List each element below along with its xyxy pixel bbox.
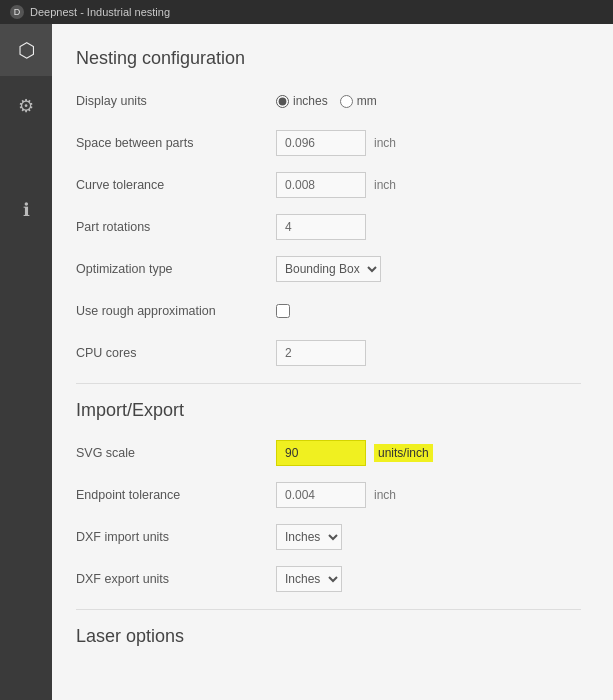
- curve-tolerance-input[interactable]: [276, 172, 366, 198]
- nesting-section-title: Nesting configuration: [76, 48, 581, 69]
- radio-mm-label[interactable]: mm: [340, 94, 377, 108]
- optimization-type-row: Optimization type Bounding Box: [76, 255, 581, 283]
- dxf-export-units-label: DXF export units: [76, 572, 276, 586]
- endpoint-tolerance-label: Endpoint tolerance: [76, 488, 276, 502]
- dxf-import-units-control: Inches: [276, 524, 342, 550]
- dxf-import-units-row: DXF import units Inches: [76, 523, 581, 551]
- rough-approx-checkbox[interactable]: [276, 304, 290, 318]
- cpu-cores-input[interactable]: [276, 340, 366, 366]
- svg-scale-unit: units/inch: [374, 444, 433, 462]
- section-divider-1: [76, 383, 581, 384]
- radio-inches-label[interactable]: inches: [276, 94, 328, 108]
- rough-approx-row: Use rough approximation: [76, 297, 581, 325]
- info-icon: ℹ: [23, 199, 30, 221]
- radio-mm-text: mm: [357, 94, 377, 108]
- dxf-import-units-select[interactable]: Inches: [276, 524, 342, 550]
- display-units-row: Display units inches mm: [76, 87, 581, 115]
- laser-options-section-title: Laser options: [76, 626, 581, 647]
- info-nav-button[interactable]: ℹ: [0, 188, 52, 232]
- settings-icon: ⚙: [18, 95, 34, 117]
- display-units-control: inches mm: [276, 94, 377, 108]
- space-between-parts-row: Space between parts inch: [76, 129, 581, 157]
- endpoint-tolerance-unit: inch: [374, 488, 396, 502]
- space-between-parts-label: Space between parts: [76, 136, 276, 150]
- radio-inches[interactable]: [276, 95, 289, 108]
- cpu-cores-control: [276, 340, 366, 366]
- app-icon: D: [10, 5, 24, 19]
- rough-approx-label: Use rough approximation: [76, 304, 276, 318]
- curve-tolerance-unit: inch: [374, 178, 396, 192]
- part-rotations-row: Part rotations: [76, 213, 581, 241]
- endpoint-tolerance-control: inch: [276, 482, 396, 508]
- space-between-parts-control: inch: [276, 130, 396, 156]
- svg-scale-label: SVG scale: [76, 446, 276, 460]
- main-content: Nesting configuration Display units inch…: [52, 24, 613, 700]
- radio-mm[interactable]: [340, 95, 353, 108]
- app-body: ⬡ ⚙ ℹ Nesting configuration Display unit…: [0, 24, 613, 700]
- svg-scale-control: units/inch: [276, 440, 433, 466]
- nest-icon: ⬡: [18, 38, 35, 62]
- display-units-label: Display units: [76, 94, 276, 108]
- svg-scale-row: SVG scale units/inch: [76, 439, 581, 467]
- title-bar-text: Deepnest - Industrial nesting: [30, 6, 170, 18]
- part-rotations-input[interactable]: [276, 214, 366, 240]
- sidebar-top-item[interactable]: ⬡: [0, 24, 52, 76]
- space-between-parts-input[interactable]: [276, 130, 366, 156]
- rough-approx-control: [276, 304, 290, 318]
- radio-inches-text: inches: [293, 94, 328, 108]
- dxf-export-units-select[interactable]: Inches: [276, 566, 342, 592]
- title-bar: D Deepnest - Industrial nesting: [0, 0, 613, 24]
- dxf-export-units-row: DXF export units Inches: [76, 565, 581, 593]
- import-export-section-title: Import/Export: [76, 400, 581, 421]
- svg-scale-input[interactable]: [276, 440, 366, 466]
- part-rotations-label: Part rotations: [76, 220, 276, 234]
- settings-nav-button[interactable]: ⚙: [0, 84, 52, 128]
- endpoint-tolerance-row: Endpoint tolerance inch: [76, 481, 581, 509]
- curve-tolerance-control: inch: [276, 172, 396, 198]
- optimization-type-select[interactable]: Bounding Box: [276, 256, 381, 282]
- optimization-type-label: Optimization type: [76, 262, 276, 276]
- dxf-export-units-control: Inches: [276, 566, 342, 592]
- section-divider-2: [76, 609, 581, 610]
- cpu-cores-label: CPU cores: [76, 346, 276, 360]
- dxf-import-units-label: DXF import units: [76, 530, 276, 544]
- optimization-type-control: Bounding Box: [276, 256, 381, 282]
- curve-tolerance-label: Curve tolerance: [76, 178, 276, 192]
- curve-tolerance-row: Curve tolerance inch: [76, 171, 581, 199]
- cpu-cores-row: CPU cores: [76, 339, 581, 367]
- sidebar: ⬡ ⚙ ℹ: [0, 24, 52, 700]
- endpoint-tolerance-input[interactable]: [276, 482, 366, 508]
- part-rotations-control: [276, 214, 366, 240]
- space-between-parts-unit: inch: [374, 136, 396, 150]
